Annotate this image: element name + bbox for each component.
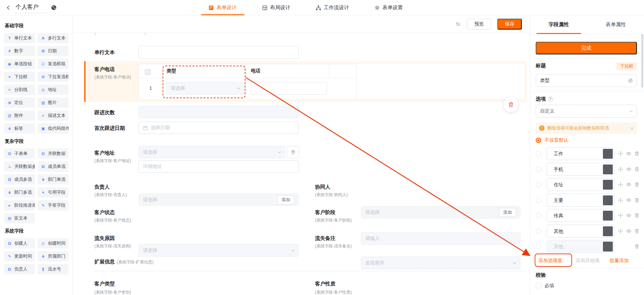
single-line-input[interactable]: [139, 46, 299, 59]
help-icon[interactable]: ?: [548, 97, 553, 102]
done-button[interactable]: 完成: [536, 42, 637, 54]
tab-form-settings[interactable]: 表单设置: [367, 0, 410, 15]
sidebar-item-location[interactable]: ⊕定位: [4, 98, 35, 108]
trash-icon[interactable]: [634, 228, 640, 234]
sidebar-item-update-time[interactable]: ✎更新时间: [4, 251, 35, 261]
owner-picker[interactable]: 请选择 添加: [139, 193, 299, 206]
sidebar-item-signature[interactable]: ✎手签字段: [38, 200, 69, 210]
globe-icon[interactable]: [51, 5, 57, 11]
eye-icon[interactable]: [626, 151, 631, 156]
sidebar-item-reference-field[interactable]: ▾引用字段: [38, 187, 69, 197]
row-select-checkbox[interactable]: [145, 69, 151, 75]
option-radio-icon[interactable]: [536, 182, 541, 187]
address-locate-button[interactable]: [287, 146, 299, 158]
no-default-option[interactable]: 不设置默认: [536, 137, 568, 143]
move-icon[interactable]: [618, 197, 623, 203]
color-swatch[interactable]: [603, 195, 613, 205]
trash-icon[interactable]: [634, 197, 640, 203]
option-input[interactable]: 其他: [547, 225, 614, 238]
option-radio-icon[interactable]: [536, 228, 541, 234]
sidebar-item-checkbox-group[interactable]: ☑复选框组: [38, 59, 69, 69]
sidebar-item-creator[interactable]: Ω创建人: [4, 238, 35, 248]
sidebar-item-owner[interactable]: Ω负责人: [4, 264, 35, 274]
sidebar-item-dropdown[interactable]: ▾下拉框: [4, 72, 35, 82]
sidebar-item-image[interactable]: ▧图片: [38, 98, 69, 108]
sidebar-item-serial-number[interactable]: ∥流水号: [38, 264, 69, 274]
eye-icon[interactable]: [626, 197, 631, 203]
color-swatch[interactable]: [603, 149, 613, 159]
sidebar-item-stage-stepper[interactable]: ▸阶段推进器: [4, 200, 35, 210]
move-icon[interactable]: [618, 167, 623, 172]
sidebar-item-dropdown-multiselect[interactable]: ⊟下拉复选框: [38, 72, 69, 82]
sidebar-item-owning-department[interactable]: ⋔所属部门: [38, 251, 69, 261]
first-follow-date-input[interactable]: 选择日期: [139, 122, 299, 134]
move-icon[interactable]: [618, 213, 623, 218]
eye-icon[interactable]: [626, 167, 631, 172]
sidebar-item-rich-text[interactable]: ▤富文本: [4, 213, 35, 223]
tab-form-design[interactable]: 表单设计: [201, 0, 244, 15]
address-select[interactable]: 请选择: [139, 146, 285, 158]
option-input[interactable]: 住址: [547, 178, 614, 191]
sidebar-item-number[interactable]: #数字: [4, 46, 35, 56]
option-radio-icon[interactable]: [536, 244, 541, 249]
sidebar-item-address[interactable]: ◎地址: [38, 85, 69, 95]
color-swatch[interactable]: [603, 211, 613, 221]
option-input[interactable]: 传真: [547, 209, 614, 222]
collapse-icon[interactable]: [455, 21, 461, 27]
move-icon[interactable]: [618, 151, 623, 156]
tab-field-properties[interactable]: 字段属性: [530, 15, 587, 34]
batch-add-button[interactable]: 批量添加: [610, 258, 629, 264]
tab-workflow-design[interactable]: 工作流设计: [308, 0, 357, 15]
page-title[interactable]: 个人客户: [15, 2, 48, 13]
color-swatch[interactable]: [603, 164, 613, 174]
sidebar-item-description-text[interactable]: ≡描述文本: [38, 110, 69, 121]
tab-form-properties[interactable]: 表单属性: [587, 15, 644, 34]
radio-selected-icon[interactable]: [536, 138, 541, 143]
trash-icon[interactable]: [634, 182, 640, 187]
option-radio-icon[interactable]: [536, 151, 541, 156]
color-swatch[interactable]: [603, 226, 613, 236]
move-icon[interactable]: [618, 228, 623, 234]
eye-icon[interactable]: [626, 213, 631, 218]
loss-note-input[interactable]: 请输入: [361, 232, 520, 245]
option-radio-icon[interactable]: [536, 167, 541, 172]
sidebar-item-attachment[interactable]: @附件: [4, 110, 35, 121]
sidebar-item-linked-data[interactable]: ⊟关联数据: [38, 149, 69, 159]
add-option-button[interactable]: 添加选项值: [538, 258, 562, 264]
sidebar-item-department-single[interactable]: ⋔部门单选: [38, 174, 69, 185]
option-input[interactable]: 主要: [547, 194, 614, 207]
phone-type-select[interactable]: 请选择: [166, 82, 244, 95]
trash-icon[interactable]: [634, 213, 640, 218]
sidebar-item-tag[interactable]: ⋔标签: [4, 123, 35, 134]
trash-icon[interactable]: [634, 244, 640, 249]
option-input[interactable]: 工作: [547, 147, 614, 160]
color-swatch[interactable]: [603, 242, 613, 251]
add-other-button[interactable]: 添加其他项: [576, 258, 600, 264]
phone-number-input[interactable]: [251, 82, 327, 95]
eye-icon[interactable]: [626, 182, 631, 187]
delete-field-button[interactable]: [503, 97, 518, 112]
sidebar-item-single-line-text[interactable]: T单行文本: [4, 33, 35, 43]
option-radio-icon[interactable]: [536, 197, 541, 203]
customer-stage-select[interactable]: 发现需求: [361, 257, 520, 269]
save-button[interactable]: 保存: [497, 19, 522, 30]
option-source-select[interactable]: 自定义: [536, 105, 637, 118]
sidebar-item-multi-line-text[interactable]: A多行文本: [38, 33, 69, 43]
preview-button[interactable]: 预览: [467, 19, 491, 30]
address-detail-input[interactable]: 详细地址: [139, 160, 299, 173]
trash-icon[interactable]: [634, 167, 640, 172]
sidebar-item-department-multi[interactable]: ⋔部门多选: [4, 187, 35, 197]
sidebar-item-linked-data-multiselect[interactable]: ∴关联数据多选: [4, 161, 35, 172]
collaborator-add-button[interactable]: 添加: [499, 208, 516, 217]
sidebar-item-member-single[interactable]: Ω成员单选: [38, 161, 69, 172]
eye-icon[interactable]: [626, 228, 631, 234]
panel-scrollbar[interactable]: [641, 34, 643, 88]
trash-icon[interactable]: [634, 151, 640, 156]
sidebar-item-subform[interactable]: ⊡子表单: [4, 149, 35, 159]
translate-globe-icon[interactable]: [628, 78, 633, 83]
sidebar-item-lowcode-component[interactable]: ▣低代码组件: [38, 123, 69, 134]
option-input[interactable]: 手机: [547, 163, 614, 176]
sidebar-item-date[interactable]: ⊞日期: [38, 46, 69, 56]
collaborator-picker[interactable]: 请选择 添加: [361, 206, 520, 219]
back-icon[interactable]: [5, 4, 12, 11]
